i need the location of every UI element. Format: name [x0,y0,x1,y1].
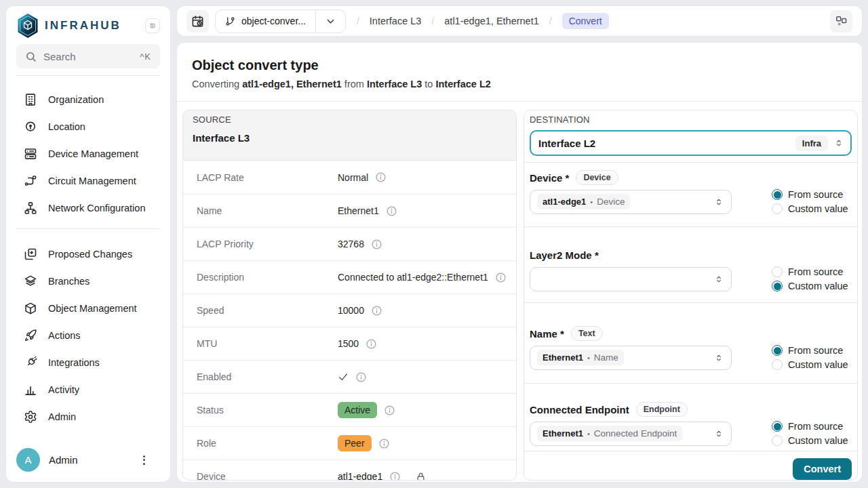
info-icon[interactable] [378,438,390,449]
plug-icon [24,356,37,369]
radio-custom-value[interactable]: Custom value [772,435,852,446]
info-icon[interactable] [386,205,397,217]
destination-type-select[interactable]: Interface L2 Infra [530,130,852,156]
source-rows: LACP Rate Normal Name Ethernet1 [183,160,516,481]
radio-custom-value[interactable]: Custom value [772,203,852,214]
layers-icon [24,274,37,288]
sidebar-item-activity[interactable]: Activity [16,376,160,403]
sidebar-item-integrations[interactable]: Integrations [16,349,160,376]
layer2-mode-select[interactable] [530,267,732,291]
field-name: Name * Text Ethernet1•Name From source C… [524,303,857,383]
sidebar-collapse-button[interactable] [145,18,160,33]
sidebar-item-label: Network Configuration [48,203,145,214]
kebab-menu-icon[interactable] [140,453,148,468]
convert-button[interactable]: Convert [793,458,852,480]
breadcrumb-item-convert[interactable]: Convert [562,13,609,29]
branch-selector[interactable]: object-conver... [215,9,346,33]
field-kind-badge: Endpoint [636,402,688,417]
info-icon[interactable] [371,305,382,317]
device-link[interactable]: atl1-edge1 [338,471,382,481]
info-icon[interactable] [375,171,387,183]
radio-icon [772,359,783,370]
source-header: SOURCE Interface L3 [183,110,516,160]
radio-icon [772,281,783,291]
card-header: Object convert type Converting atl1-edge… [177,43,862,102]
selected-value-chip: atl1-edge1•Device [537,194,630,209]
source-row-role: Role Peer [183,426,516,460]
chevron-down-icon [326,16,336,26]
info-icon[interactable] [495,272,507,283]
selected-value-chip: Ethernet1•Name [537,350,624,365]
sidebar-item-label: Location [48,121,85,132]
source-heading: SOURCE [193,115,507,125]
sidebar-item-branches[interactable]: Branches [16,268,160,295]
convert-card: Object convert type Converting atl1-edge… [176,42,863,483]
search-icon [25,51,37,62]
radio-from-source[interactable]: From source [772,345,852,356]
field-label: Layer2 Mode * [530,249,599,261]
destination-panel: DESTINATION Interface L2 Infra Device * [524,110,858,481]
git-branch-icon [225,16,235,26]
radio-custom-value[interactable]: Custom value [772,281,852,291]
sidebar-item-network-configuration[interactable]: Network Configuration [16,195,160,222]
app: INFRAHUB Search ^K Organization [0,0,868,488]
sidebar-item-admin[interactable]: Admin [16,403,160,430]
destination-footer: Convert [524,451,857,481]
sidebar-item-label: Proposed Changes [48,249,132,260]
infrahub-logo-icon [16,13,39,39]
source-row-name: Name Ethernet1 [183,194,516,227]
radio-from-source[interactable]: From source [772,266,852,277]
sidebar-item-circuit-management[interactable]: Circuit Management [16,167,160,195]
info-icon[interactable] [384,405,395,416]
branch-dropdown-toggle[interactable] [316,10,345,33]
name-select[interactable]: Ethernet1•Name [530,346,732,370]
source-row-speed: Speed 10000 [183,293,516,327]
breadcrumb-separator: / [549,16,552,26]
chart-icon [24,383,37,396]
sidebar-nav-primary: Organization Location Device Management … [16,86,160,222]
sidebar-item-label: Branches [48,276,90,287]
info-icon[interactable] [366,338,377,350]
breadcrumb-item-interface-l3[interactable]: Interface L3 [370,16,422,26]
box-icon [24,302,37,315]
breadcrumb: / Interface L3 / atl1-edge1, Ethernet1 /… [357,13,609,29]
locate-icon [24,120,37,134]
field-connected-endpoint: Connected Endpoint Endpoint Ethernet1•Co… [524,384,857,451]
logo: INFRAHUB [16,12,160,40]
device-select[interactable]: atl1-edge1•Device [530,190,732,214]
branch-selector-main[interactable]: object-conver... [216,10,315,33]
radio-icon [772,435,783,446]
sidebar-nav-secondary: Proposed Changes Branches Object Managem… [16,241,160,430]
field-device: Device * Device atl1-edge1•Device From s… [524,163,857,226]
source-row-lacp-rate: LACP Rate Normal [183,161,516,194]
selected-value-chip: Ethernet1•Connected Endpoint [537,426,682,441]
info-icon[interactable] [389,471,401,481]
breadcrumb-separator: / [431,16,434,26]
sidebar-item-location[interactable]: Location [16,113,160,140]
breadcrumb-item-object[interactable]: atl1-edge1, Ethernet1 [444,16,538,26]
field-kind-badge: Text [571,326,603,341]
radio-custom-value[interactable]: Custom value [772,359,852,370]
workspace-button[interactable] [830,10,852,33]
radio-icon [772,189,783,200]
search-placeholder: Search [43,51,76,62]
user-menu[interactable]: A Admin [16,448,160,472]
sidebar-item-label: Actions [48,330,81,341]
sidebar-item-label: Circuit Management [48,176,136,186]
source-row-status: Status Active [183,393,516,426]
select-stepper-icon [713,352,724,363]
info-icon[interactable] [371,239,382,250]
connected-endpoint-select[interactable]: Ethernet1•Connected Endpoint [530,422,732,446]
sidebar-item-actions[interactable]: Actions [16,322,160,349]
sidebar-item-device-management[interactable]: Device Management [16,140,160,167]
time-travel-button[interactable] [186,10,209,33]
schema-icon [835,15,848,28]
search-input[interactable]: Search ^K [16,44,160,68]
sidebar-item-object-management[interactable]: Object Management [16,295,160,322]
sidebar-item-organization[interactable]: Organization [16,86,160,113]
sidebar-item-proposed-changes[interactable]: Proposed Changes [16,241,160,268]
radio-from-source[interactable]: From source [772,189,852,200]
source-panel: SOURCE Interface L3 LACP Rate Normal Nam… [182,110,517,481]
info-icon[interactable] [355,371,367,383]
radio-from-source[interactable]: From source [772,421,852,432]
